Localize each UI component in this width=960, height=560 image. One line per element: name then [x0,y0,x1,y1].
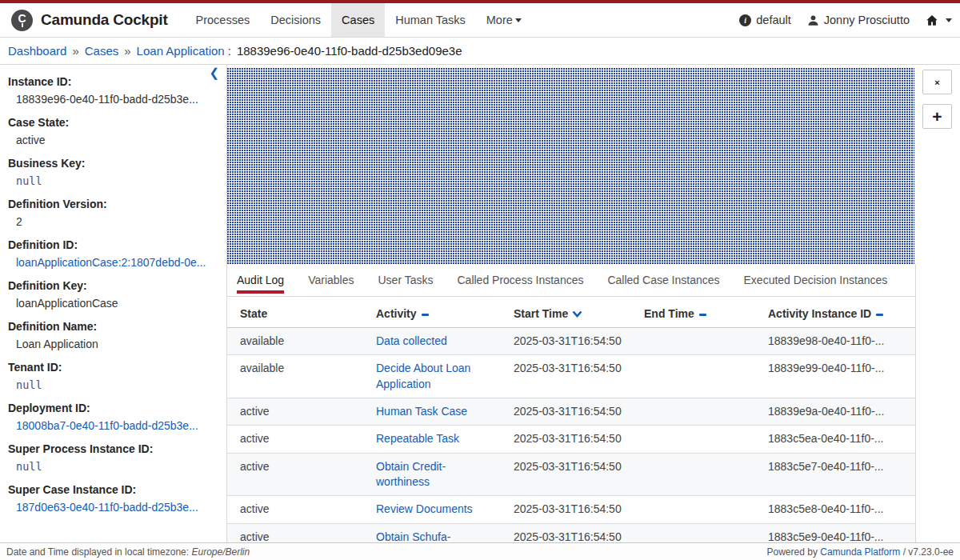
nav-item-human-tasks[interactable]: Human Tasks [385,3,476,37]
cell-activity: Obtain Schufa-Information [363,523,501,542]
field-definition-id: Definition ID: loanApplicationCase:2:180… [8,238,217,269]
caret-down-icon [515,18,522,22]
cell-end-time [631,398,755,425]
cell-activity-instance-id: 1883c5e9-0e40-11f0-... [755,523,915,542]
nav-item-processes[interactable]: Processes [186,3,261,37]
field-definition-version: Definition Version: 2 [8,198,217,228]
breadcrumb-dashboard[interactable]: Dashboard [8,44,66,58]
col-header-state: State [227,297,363,328]
activity-link[interactable]: Human Task Case [376,405,467,418]
col-header-end-time[interactable]: End Time [631,297,755,328]
diagram-reset-button[interactable]: × [922,70,952,94]
cell-state: active [227,523,363,542]
tab-executed-decision-instances[interactable]: Executed Decision Instances [744,264,888,296]
cell-activity-instance-id: 18839e99-0e40-11f0-... [755,355,915,398]
sort-unsorted-icon [876,314,883,316]
detail-tabs: Audit Log Variables User Tasks Called Pr… [227,264,916,297]
cell-end-time [631,426,755,453]
field-value: null [16,460,217,473]
activity-link[interactable]: Repeatable Task [376,432,459,445]
navbar: C Camunda Cockpit Processes Decisions Ca… [0,3,960,38]
activity-link[interactable]: Decide About Loan Application [376,362,470,390]
field-value: null [16,378,217,391]
cell-state: active [227,398,363,425]
cell-state: active [227,453,363,496]
breadcrumb-loan-application[interactable]: Loan Application [137,44,225,58]
cell-activity: Review Documents [363,496,501,523]
table-row: available Data collected 2025-03-31T16:5… [227,328,915,355]
app-title: Camunda Cockpit [41,11,168,29]
diagram-highlight-pattern [227,68,914,264]
breadcrumb-colon: : [228,44,231,58]
instance-details-sidebar: ❮ Instance ID: 18839e96-0e40-11f0-badd-d… [0,65,227,542]
cell-activity: Data collected [363,328,501,355]
breadcrumb: Dashboard » Cases » Loan Application : 1… [0,38,960,65]
field-definition-key: Definition Key: loanApplicationCase [8,279,217,310]
nav-item-decisions[interactable]: Decisions [260,3,331,37]
cell-activity: Decide About Loan Application [363,355,501,398]
col-header-activity-instance-id[interactable]: Activity Instance ID [755,297,915,328]
deployment-id-link[interactable]: 18008ba7-0e40-11f0-badd-d25b3e... [16,419,217,432]
tab-audit-log[interactable]: Audit Log [237,264,284,296]
field-label: Definition Key: [8,279,217,292]
audit-log-table: State Activity Start Time End Time Activ… [227,297,916,542]
activity-link[interactable]: Data collected [376,334,447,347]
field-label: Super Process Instance ID: [8,442,217,455]
tab-user-tasks[interactable]: User Tasks [378,264,434,296]
cell-state: available [227,328,363,355]
cell-end-time [631,496,755,523]
field-value: 18839e96-0e40-11f0-badd-d25b3e... [16,93,217,106]
field-label: Case State: [8,116,217,129]
cell-activity: Repeatable Task [363,426,501,453]
activity-link[interactable]: Review Documents [376,502,473,515]
activity-link[interactable]: Obtain Schufa-Information [376,530,450,543]
engine-name: default [756,14,791,26]
field-value: loanApplicationCase [16,297,217,310]
nav-item-cases[interactable]: Cases [331,3,385,37]
cell-activity: Human Task Case [363,398,501,425]
sidebar-collapse-icon[interactable]: ❮ [209,66,219,80]
field-super-case-instance-id: Super Case Instance ID: 187d0e63-0e40-11… [8,483,217,514]
case-diagram-canvas[interactable] [227,65,916,264]
tab-called-process-instances[interactable]: Called Process Instances [457,264,583,296]
version-label: / v7.23.0-ee [903,546,954,558]
col-header-activity[interactable]: Activity [363,297,501,328]
home-icon [926,14,938,26]
camunda-platform-link[interactable]: Camunda Platform [820,546,900,558]
breadcrumb-separator: » [124,44,130,58]
field-tenant-id: Tenant ID: null [8,361,217,391]
table-row: active Repeatable Task 2025-03-31T16:54:… [227,426,915,453]
cell-state: available [227,355,363,398]
user-menu[interactable]: Jonny Prosciutto [807,14,910,26]
field-label: Instance ID: [8,75,217,88]
field-value: null [16,174,217,187]
activity-link[interactable]: Obtain Credit-worthiness [376,460,446,488]
table-row: active Human Task Case 2025-03-31T16:54:… [227,398,915,425]
cell-start-time: 2025-03-31T16:54:50 [501,426,631,453]
table-row: active Obtain Credit-worthiness 2025-03-… [227,453,915,496]
cell-end-time [631,453,755,496]
engine-selector[interactable]: i default [739,14,791,26]
sort-unsorted-icon [422,314,429,316]
main-area: ❮ Instance ID: 18839e96-0e40-11f0-badd-d… [0,65,960,542]
tab-called-case-instances[interactable]: Called Case Instances [607,264,719,296]
breadcrumb-cases[interactable]: Cases [85,44,119,58]
definition-id-link[interactable]: loanApplicationCase:2:1807debd-0e... [16,256,217,269]
tab-variables[interactable]: Variables [308,264,354,296]
camunda-brand[interactable]: C Camunda Cockpit [11,3,168,37]
nav-item-more[interactable]: More [476,3,532,37]
home-menu[interactable] [926,14,952,26]
cell-end-time [631,355,755,398]
field-label: Super Case Instance ID: [8,483,217,496]
timezone-note: Date and Time displayed in local timezon… [6,546,250,558]
field-super-process-instance-id: Super Process Instance ID: null [8,442,217,473]
zoom-in-button[interactable]: + [922,104,952,129]
col-header-start-time[interactable]: Start Time [501,297,631,328]
cell-start-time: 2025-03-31T16:54:50 [501,523,631,542]
field-case-state: Case State: active [8,116,217,146]
cell-start-time: 2025-03-31T16:54:50 [501,398,631,425]
field-label: Definition Name: [8,320,217,333]
cell-start-time: 2025-03-31T16:54:50 [501,328,631,355]
super-case-instance-id-link[interactable]: 187d0e63-0e40-11f0-badd-d25b3e... [16,501,217,514]
user-icon [807,14,819,26]
